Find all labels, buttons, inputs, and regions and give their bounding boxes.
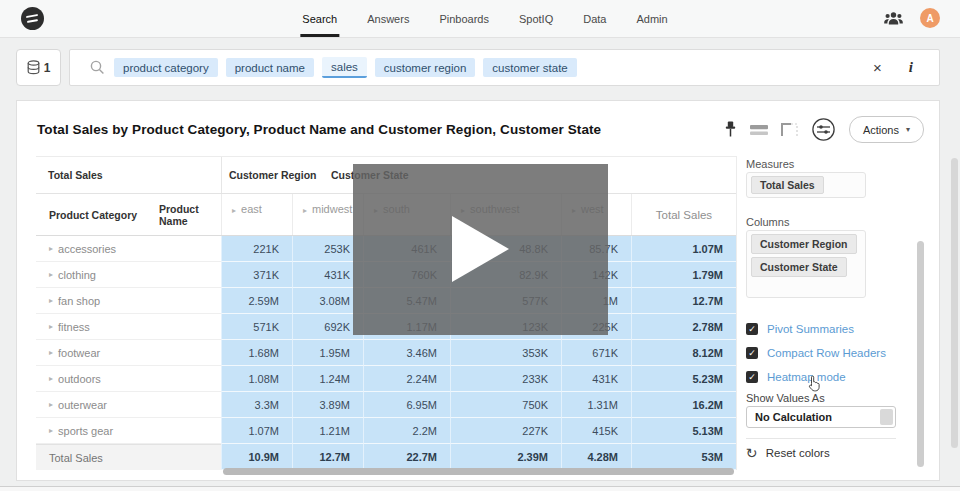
checkbox-checked-icon[interactable]: ✓	[746, 347, 758, 359]
value-cell[interactable]: 3.46M	[363, 340, 450, 366]
row-total-cell[interactable]: 5.23M	[631, 366, 736, 392]
checkbox-label: Pivot Summaries	[767, 323, 854, 335]
row-dim-header-product-name[interactable]: Product Name	[146, 194, 221, 235]
value-cell[interactable]: 2.2M	[363, 418, 450, 444]
value-cell[interactable]: 415K	[561, 418, 631, 444]
search-bar-icons: × i	[873, 60, 919, 75]
nav-item-search[interactable]: Search	[302, 0, 337, 37]
row-header-sports-gear[interactable]: ▸sports gear	[36, 418, 221, 444]
nav-item-pinboards[interactable]: Pinboards	[439, 0, 489, 37]
checkbox-row-compact-row-headers[interactable]: ✓Compact Row Headers	[746, 345, 886, 361]
row-total-cell[interactable]: 16.2M	[631, 392, 736, 418]
value-cell[interactable]: 2.24M	[363, 366, 450, 392]
nav-menu: SearchAnswersPinboardsSpotIQDataAdmin	[302, 0, 667, 37]
search-token-sales[interactable]: sales	[322, 57, 367, 78]
label: midwest	[312, 203, 352, 215]
user-avatar[interactable]: A	[920, 8, 940, 28]
value-cell[interactable]: 353K	[450, 340, 561, 366]
label: sports gear	[58, 425, 113, 437]
nav-item-admin[interactable]: Admin	[636, 0, 667, 37]
panel-scrollbar[interactable]	[917, 241, 924, 467]
actions-label: Actions	[863, 124, 899, 136]
row-dim-header-product-category[interactable]: Product Category	[36, 194, 146, 235]
checkbox-checked-icon[interactable]: ✓	[746, 371, 758, 383]
search-bar[interactable]: product categoryproduct namesalescustome…	[69, 49, 940, 86]
value-cell[interactable]: 227K	[450, 418, 561, 444]
nav-item-spotiq[interactable]: SpotIQ	[519, 0, 553, 37]
value-cell[interactable]: 750K	[450, 392, 561, 418]
value-cell[interactable]: 3.89M	[292, 392, 363, 418]
value-cell[interactable]: 671K	[561, 340, 631, 366]
row-total-cell[interactable]: 5.13M	[631, 418, 736, 444]
logo-glyph	[26, 14, 38, 18]
value-cell[interactable]: 1.24M	[292, 366, 363, 392]
value-cell[interactable]: 221K	[221, 236, 292, 262]
row-total-cell[interactable]: 1.07M	[631, 236, 736, 262]
label: outerwear	[58, 399, 107, 411]
show-values-as-select[interactable]: No Calculation	[746, 406, 896, 428]
thoughtspot-logo-icon[interactable]	[21, 7, 44, 30]
row-header-footwear[interactable]: ▸footwear	[36, 340, 221, 366]
value-cell[interactable]: 571K	[221, 314, 292, 340]
value-cell[interactable]: 1.95M	[292, 340, 363, 366]
horizontal-scrollbar[interactable]	[223, 468, 734, 475]
search-token-customer-region[interactable]: customer region	[375, 58, 475, 77]
video-overlay[interactable]	[353, 164, 608, 335]
clear-search-icon[interactable]: ×	[873, 60, 882, 75]
data-source-selector[interactable]: 1	[16, 49, 61, 86]
row-total-cell[interactable]: 1.79M	[631, 262, 736, 288]
row-header-clothing[interactable]: ▸clothing	[36, 262, 221, 288]
nav-item-data[interactable]: Data	[583, 0, 606, 37]
group-users-icon[interactable]	[884, 11, 903, 26]
footer-divider	[0, 486, 960, 491]
checkbox-row-pivot-summaries[interactable]: ✓Pivot Summaries	[746, 321, 886, 337]
value-cell[interactable]: 1.31M	[561, 392, 631, 418]
row-header-outerwear[interactable]: ▸outerwear	[36, 392, 221, 418]
actions-button[interactable]: Actions ▾	[849, 116, 924, 143]
answer-card: Total Sales by Product Category, Product…	[16, 100, 940, 481]
value-cell[interactable]: 1.21M	[292, 418, 363, 444]
expand-caret-icon: ▸	[49, 270, 53, 279]
column-total-cell: 12.7M	[292, 444, 363, 470]
value-cell[interactable]: 431K	[561, 366, 631, 392]
search-token-customer-state[interactable]: customer state	[483, 58, 576, 77]
column-chip-customer-state[interactable]: Customer State	[751, 257, 847, 277]
search-token-product-category[interactable]: product category	[114, 58, 218, 77]
nav-item-answers[interactable]: Answers	[367, 0, 409, 37]
row-header-fan-shop[interactable]: ▸fan shop	[36, 288, 221, 314]
row-total-cell[interactable]: 2.78M	[631, 314, 736, 340]
value-cell[interactable]: 3.3M	[221, 392, 292, 418]
value-cell[interactable]: 6.95M	[363, 392, 450, 418]
search-icon	[90, 60, 105, 75]
row-header-outdoors[interactable]: ▸outdoors	[36, 366, 221, 392]
measure-chip-total-sales[interactable]: Total Sales	[751, 176, 824, 194]
reset-colors-button[interactable]: ↺ Reset colors	[746, 445, 830, 461]
column-chip-customer-region[interactable]: Customer Region	[751, 234, 857, 254]
info-icon[interactable]: i	[909, 60, 913, 75]
value-cell[interactable]: 371K	[221, 262, 292, 288]
column-total-cell: 10.9M	[221, 444, 292, 470]
reset-icon: ↺	[746, 446, 758, 460]
value-cell[interactable]: 233K	[450, 366, 561, 392]
row-total-cell[interactable]: 8.12M	[631, 340, 736, 366]
value-cell[interactable]: 1.08M	[221, 366, 292, 392]
mouse-cursor-hand	[807, 374, 822, 392]
pivot-view-icon[interactable]	[781, 123, 798, 137]
pin-icon[interactable]	[724, 121, 737, 138]
row-header-accessories[interactable]: ▸accessories	[36, 236, 221, 262]
table-view-icon[interactable]	[750, 124, 768, 136]
col-group-customer-region[interactable]: Customer Region	[229, 169, 317, 181]
region-header-east[interactable]: ▸east	[221, 194, 292, 235]
chart-config-icon[interactable]	[811, 117, 836, 142]
value-cell[interactable]: 1.68M	[221, 340, 292, 366]
value-cell[interactable]: 1.07M	[221, 418, 292, 444]
value-cell[interactable]: 2.59M	[221, 288, 292, 314]
row-header-fitness[interactable]: ▸fitness	[36, 314, 221, 340]
row-total-cell[interactable]: 12.7M	[631, 288, 736, 314]
search-token-product-name[interactable]: product name	[226, 58, 314, 77]
checkbox-label: Compact Row Headers	[767, 347, 886, 359]
page-scrollbar[interactable]	[951, 158, 958, 448]
column-total-cell: 4.28M	[561, 444, 631, 470]
play-button[interactable]	[452, 216, 509, 282]
checkbox-checked-icon[interactable]: ✓	[746, 323, 758, 335]
